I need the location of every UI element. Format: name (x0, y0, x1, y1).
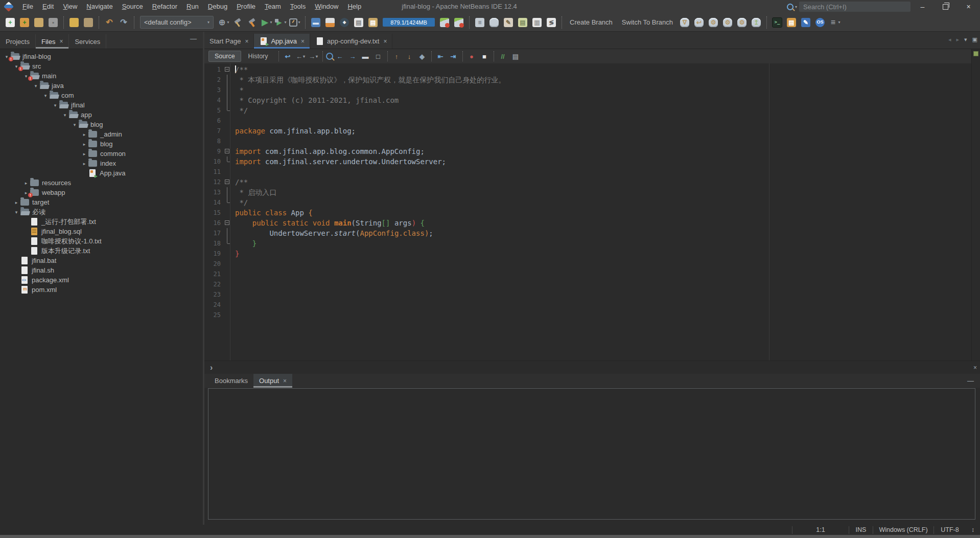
menu-debug[interactable]: Debug (203, 0, 232, 13)
undo-icon[interactable]: ↶ (103, 16, 116, 29)
menu-tools[interactable]: Tools (286, 0, 310, 13)
diff-icon[interactable]: ≶ (545, 16, 558, 29)
code-line[interactable]: 22 (204, 279, 972, 289)
toggle-comment-icon[interactable]: // (497, 51, 509, 62)
build-icon[interactable] (231, 16, 244, 29)
fold-marker-icon[interactable] (223, 146, 231, 156)
project-folder-icon[interactable]: ▤ (785, 16, 798, 29)
db-push-icon[interactable]: ↥ (750, 16, 763, 29)
code-line[interactable]: 10import com.jfinal.server.undertow.Unde… (204, 156, 972, 167)
menu-edit[interactable]: Edit (38, 0, 58, 13)
tab-services[interactable]: Services (69, 34, 106, 49)
search-input[interactable]: Search (Ctrl+I) (799, 2, 911, 12)
archive-icon[interactable] (487, 16, 501, 29)
tree-item-main[interactable]: ▾main (0, 71, 203, 81)
code-line[interactable]: 15public class App { (204, 208, 972, 218)
find-previous-icon[interactable]: ← (334, 51, 346, 62)
breadcrumb-close-icon[interactable]: × (973, 364, 977, 371)
code-editor[interactable]: 1/**2 * 本项目采用《咖啡授权协议》，保护知识产权，就是在保护我们自己身处… (204, 63, 972, 361)
tree-item-java[interactable]: ▾java (0, 81, 203, 91)
menu-profile[interactable]: Profile (232, 0, 260, 13)
tree-item-app-java[interactable]: App.java (0, 168, 203, 178)
minimize-button[interactable]: – (911, 0, 934, 13)
fold-marker-icon[interactable] (223, 218, 231, 228)
previous-bookmark-icon[interactable]: ↑ (391, 51, 403, 62)
tree-item-src[interactable]: ▾src (0, 61, 203, 71)
start-macro-recording-icon[interactable]: ● (466, 51, 478, 62)
code-line[interactable]: 13 * 启动入口 (204, 187, 972, 197)
fold-marker-icon[interactable] (223, 228, 231, 238)
menu-lines-icon[interactable]: ≡▾ (828, 16, 841, 29)
close-button[interactable]: × (957, 0, 980, 13)
tree-item-index[interactable]: ▸index (0, 159, 203, 168)
tree-item-package-xml[interactable]: package.xml (0, 275, 203, 285)
stop-macro-recording-icon[interactable]: ■ (479, 51, 491, 62)
tree-item-jfinal-sh[interactable]: jfinal.sh (0, 265, 203, 275)
create-branch-button[interactable]: Create Branch (565, 18, 617, 26)
menu-run[interactable]: Run (182, 0, 203, 13)
restore-button[interactable] (934, 0, 957, 13)
code-line[interactable]: 23 (204, 289, 972, 300)
code-line[interactable]: 4 * Copyright (c) 2011-2021, jfinal.com (204, 95, 972, 105)
copy-doc-icon[interactable]: ▥ (530, 16, 544, 29)
code-line[interactable]: 19} (204, 249, 972, 259)
document-tab-start-page[interactable]: Start Page× (204, 34, 254, 49)
tab-projects[interactable]: Projects (0, 34, 36, 49)
quick-search[interactable]: ▾ Search (Ctrl+I) (787, 0, 911, 13)
document-tab-app-java[interactable]: App.java× (254, 34, 310, 49)
opened-documents-list-icon[interactable]: ▾ (964, 36, 967, 43)
close-icon[interactable]: × (283, 377, 287, 385)
history-view-button[interactable]: History (243, 51, 274, 61)
tree-item-target[interactable]: ▸target (0, 197, 203, 207)
next-bookmark-icon[interactable]: ↓ (404, 51, 415, 62)
debug-icon[interactable]: ▶▾ (274, 16, 287, 29)
menu-refactor[interactable]: Refactor (148, 0, 182, 13)
chevron-down-icon[interactable]: ▾ (32, 83, 39, 88)
tree-item-blog[interactable]: ▾blog (0, 120, 203, 129)
tree-item-com[interactable]: ▾com (0, 91, 203, 100)
browser-window-icon[interactable] (323, 16, 337, 29)
chevron-right-icon[interactable]: ▸ (13, 200, 20, 205)
vcs-commit-icon[interactable] (452, 16, 465, 29)
new-project-icon[interactable]: + (18, 16, 31, 29)
tab-files[interactable]: Files× (36, 34, 69, 49)
toggle-bookmark-icon[interactable]: ◆ (416, 51, 428, 62)
open-project-icon[interactable] (32, 16, 45, 29)
forward-icon[interactable]: →▾ (308, 51, 319, 62)
tree-item-app[interactable]: ▾app (0, 110, 203, 120)
compass-icon[interactable]: ◆ (338, 16, 351, 29)
db-filter-icon[interactable]: ∇ (678, 16, 691, 29)
close-icon[interactable]: × (301, 38, 305, 45)
document-tab-app-config-dev-txt[interactable]: app-config-dev.txt× (310, 34, 392, 49)
fold-marker-icon[interactable] (223, 187, 231, 197)
new-file-icon[interactable]: + (4, 16, 17, 29)
close-icon[interactable]: × (245, 38, 248, 45)
last-edit-location-icon[interactable]: ↩ (282, 51, 294, 62)
run-icon[interactable]: ▶▾ (260, 16, 273, 29)
chevron-down-icon[interactable]: ▾ (61, 113, 68, 118)
save-all-icon[interactable]: ▪ (46, 16, 60, 29)
tab-output[interactable]: Output× (253, 374, 292, 388)
minimize-panel-icon[interactable]: — (190, 35, 197, 42)
chevron-down-icon[interactable]: ▾ (71, 122, 78, 127)
db-gear-2-icon[interactable]: ⚙ (735, 16, 749, 29)
db-pull-icon[interactable]: ↩ (692, 16, 706, 29)
code-line[interactable]: 6 (204, 116, 972, 126)
code-line[interactable]: 20 (204, 259, 972, 269)
find-next-icon[interactable]: → (347, 51, 359, 62)
chevron-right-icon[interactable]: ▸ (81, 132, 88, 137)
redo-icon[interactable]: ↷ (117, 16, 130, 29)
encoding[interactable]: UTF-8 (934, 526, 966, 533)
chevron-down-icon[interactable]: ▾ (42, 93, 49, 98)
memory-indicator[interactable]: 879.1/1424MB (383, 18, 435, 27)
code-line[interactable]: 24 (204, 300, 972, 310)
error-stripe[interactable] (971, 49, 980, 361)
menu-window[interactable]: Window (310, 0, 343, 13)
shift-line-left-icon[interactable]: ⇤ (435, 51, 447, 62)
fold-marker-icon[interactable] (223, 85, 231, 95)
line-endings[interactable]: Windows (CRLF) (873, 526, 934, 533)
close-icon[interactable]: × (59, 38, 63, 45)
browser-globe-icon[interactable]: ⊕▾ (217, 16, 230, 29)
edit-note-icon[interactable]: ✎ (502, 16, 515, 29)
terminal-icon[interactable]: >_ (771, 16, 784, 29)
